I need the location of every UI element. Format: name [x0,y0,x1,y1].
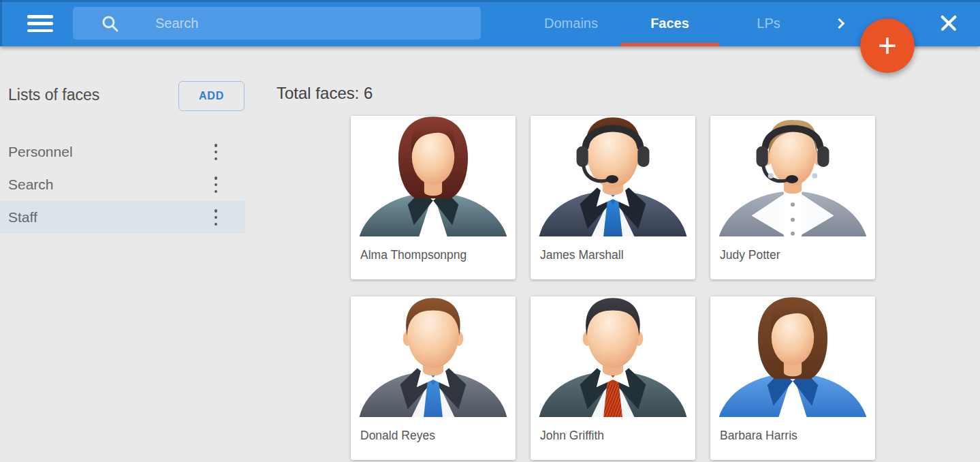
chevron-right-icon[interactable] [829,0,851,46]
face-list-item-search[interactable]: Search [0,168,245,201]
add-list-button[interactable]: ADD [178,81,244,111]
face-name: John Griffith [531,417,695,443]
search-icon [101,14,119,33]
tab-lps[interactable]: LPs [719,0,818,46]
face-list-label: Search [8,176,54,193]
close-icon[interactable] [938,13,959,33]
sidebar-title: Lists of faces [8,86,99,104]
face-avatar [351,116,516,236]
face-name: James Marshall [531,236,695,262]
face-avatar [710,296,875,417]
face-card[interactable]: Judy Potter [710,116,875,279]
kebab-menu-icon[interactable] [212,209,219,226]
face-card[interactable]: Alma Thompsonpng [351,116,516,279]
add-face-fab[interactable]: + [860,18,915,73]
total-faces-label: Total faces: 6 [276,84,373,103]
face-name: Alma Thompsonpng [351,236,516,262]
face-lists: PersonnelSearchStaff [0,136,245,234]
search-input[interactable] [119,7,481,40]
face-list-item-staff[interactable]: Staff [0,201,245,234]
face-avatar [351,296,516,417]
face-card[interactable]: Donald Reyes [351,296,516,460]
kebab-menu-icon[interactable] [212,176,219,193]
face-card[interactable]: James Marshall [531,116,695,279]
tab-faces[interactable]: Faces [620,0,719,46]
face-list-label: Staff [8,209,37,226]
hamburger-icon[interactable] [27,15,53,32]
face-avatar [710,116,875,236]
tab-bar: DomainsFacesLPs [522,0,818,46]
face-avatar [531,116,695,236]
search-box[interactable] [73,7,481,40]
face-list-label: Personnel [8,144,73,160]
face-avatar [531,296,695,417]
top-bar: DomainsFacesLPs [0,0,980,46]
face-name: Barbara Harris [710,417,875,443]
face-list-item-personnel[interactable]: Personnel [0,136,245,168]
face-name: Judy Potter [710,236,875,262]
face-name: Donald Reyes [351,417,516,443]
tab-domains[interactable]: Domains [522,0,620,46]
face-card[interactable]: Barbara Harris [710,296,875,460]
faces-grid: Alma Thompsonpng James [351,116,875,460]
kebab-menu-icon[interactable] [212,144,219,160]
face-card[interactable]: John Griffith [531,296,695,460]
